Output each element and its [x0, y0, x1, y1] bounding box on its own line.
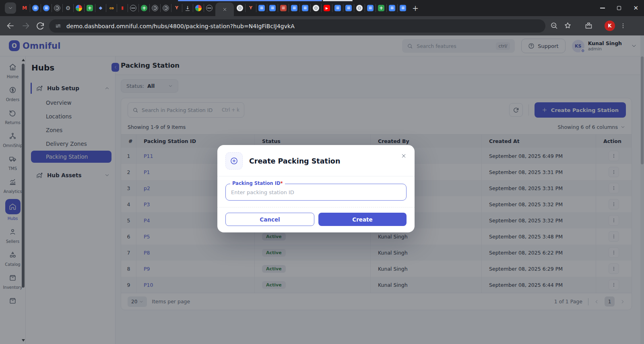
- minimize-button[interactable]: [600, 8, 605, 8]
- pinned-tab[interactable]: [160, 4, 171, 12]
- pinned-tab[interactable]: [193, 4, 204, 12]
- pinned-tab[interactable]: [354, 4, 365, 12]
- tab-favicon: [119, 5, 126, 11]
- packing-station-id-field[interactable]: Packing Station ID*: [225, 184, 407, 201]
- modal-title: Create Packing Station: [249, 157, 340, 165]
- modal-close-icon[interactable]: [401, 153, 407, 159]
- pinned-tab[interactable]: [365, 4, 376, 12]
- create-packing-station-modal: Create Packing Station Packing Station I…: [217, 145, 415, 232]
- pinned-tab[interactable]: [397, 4, 408, 12]
- pinned-tab[interactable]: [256, 4, 267, 12]
- packing-station-id-input[interactable]: [231, 189, 401, 195]
- app-viewport: O Omniful ctrl/ Support KS ⚙ Kunal Singh: [0, 35, 644, 344]
- extensions-icon[interactable]: [584, 21, 593, 30]
- tab-favicon: [345, 5, 352, 11]
- pinned-tab[interactable]: [204, 4, 215, 12]
- tab-favicon: [76, 5, 82, 11]
- browser-toolbar: demo.dashboard.omniful.com/hubs/4800/pac…: [0, 16, 644, 35]
- pinned-tab[interactable]: [19, 4, 30, 12]
- pinned-tab[interactable]: [299, 4, 310, 12]
- tab-favicon: [163, 5, 169, 11]
- window-close-button[interactable]: ✕: [633, 5, 638, 11]
- chevron-down-icon: [8, 6, 13, 10]
- tab-favicon: [248, 5, 254, 11]
- pinned-tabs-after: [235, 0, 408, 16]
- pinned-tab[interactable]: [62, 4, 73, 12]
- modal-icon-tile: [225, 152, 243, 170]
- pinned-tab[interactable]: [245, 4, 256, 12]
- bookmark-star-icon[interactable]: [564, 21, 572, 30]
- tab-favicon: [206, 5, 213, 11]
- pinned-tab[interactable]: [171, 4, 182, 12]
- pinned-tab[interactable]: [117, 4, 128, 12]
- tab-favicon: [21, 5, 28, 11]
- pinned-tab[interactable]: [289, 4, 299, 12]
- pinned-tab[interactable]: [30, 4, 41, 12]
- tab-group-line-white: [323, 0, 353, 1]
- pinned-tabs-before: [19, 0, 215, 16]
- close-icon[interactable]: [223, 7, 227, 12]
- pinned-tab[interactable]: [343, 4, 354, 12]
- tab-favicon: [237, 5, 243, 11]
- tab-favicon: [54, 5, 60, 11]
- tab-favicon: [108, 5, 115, 11]
- forward-icon[interactable]: [21, 21, 31, 31]
- tab-favicon: [378, 5, 384, 11]
- browser-profile-avatar[interactable]: K: [605, 21, 615, 31]
- tab-favicon: [130, 5, 136, 11]
- tab-favicon: [65, 5, 71, 11]
- pinned-tab[interactable]: [310, 4, 321, 12]
- tab-favicon: [334, 5, 341, 11]
- maximize-button[interactable]: [617, 6, 621, 10]
- pinned-tab[interactable]: [128, 4, 138, 12]
- reload-icon[interactable]: [35, 21, 45, 31]
- tab-favicon: [141, 5, 147, 11]
- tab-favicon: [173, 5, 180, 11]
- pinned-tab[interactable]: [278, 4, 289, 12]
- tab-favicon: [302, 5, 308, 11]
- pinned-tab[interactable]: [138, 4, 149, 12]
- required-asterisk: *: [281, 180, 283, 186]
- tab-favicon: [195, 5, 202, 11]
- browser-tab-strip: + ✕: [0, 0, 644, 16]
- tab-favicon: [324, 5, 330, 11]
- tab-favicon: [356, 5, 363, 11]
- pinned-tab[interactable]: [95, 4, 106, 12]
- browser-menu-icon[interactable]: [620, 23, 626, 29]
- url-text[interactable]: demo.dashboard.omniful.com/hubs/4800/pac…: [66, 23, 295, 29]
- field-label: Packing Station ID*: [230, 180, 285, 186]
- pinned-tab[interactable]: [182, 4, 193, 12]
- plus-circle-icon: [230, 157, 238, 165]
- pinned-tab[interactable]: [84, 4, 95, 12]
- pinned-tab[interactable]: [321, 4, 332, 12]
- pinned-tab[interactable]: [376, 4, 386, 12]
- tab-favicon: [367, 5, 374, 11]
- tab-favicon: [152, 5, 158, 11]
- pinned-tab[interactable]: [235, 4, 245, 12]
- active-tab[interactable]: [215, 2, 234, 16]
- site-settings-icon[interactable]: [55, 23, 62, 29]
- pinned-tab[interactable]: [52, 4, 62, 12]
- tab-favicon: [43, 5, 50, 11]
- tab-favicon: [280, 5, 287, 11]
- pinned-tab[interactable]: [386, 4, 397, 12]
- tab-group-line-blue: [178, 0, 322, 1]
- pinned-tab[interactable]: [41, 4, 52, 12]
- pinned-tab[interactable]: [73, 4, 84, 12]
- tab-favicon: [291, 5, 297, 11]
- address-bar[interactable]: demo.dashboard.omniful.com/hubs/4800/pac…: [49, 19, 545, 33]
- pinned-tab[interactable]: [106, 4, 117, 12]
- tab-favicon: [97, 5, 104, 11]
- new-tab-button[interactable]: +: [412, 4, 419, 12]
- cancel-button[interactable]: Cancel: [225, 213, 314, 226]
- pinned-tab[interactable]: [149, 4, 160, 12]
- zoom-icon[interactable]: [550, 21, 558, 30]
- pinned-tab[interactable]: [332, 4, 343, 12]
- tab-favicon: [184, 5, 191, 11]
- pinned-tab[interactable]: [267, 4, 278, 12]
- tab-search-button[interactable]: [5, 2, 16, 14]
- tab-favicon: [313, 5, 319, 11]
- modal-create-button[interactable]: Create: [318, 213, 407, 226]
- tab-favicon: [389, 5, 395, 11]
- back-icon[interactable]: [6, 21, 15, 31]
